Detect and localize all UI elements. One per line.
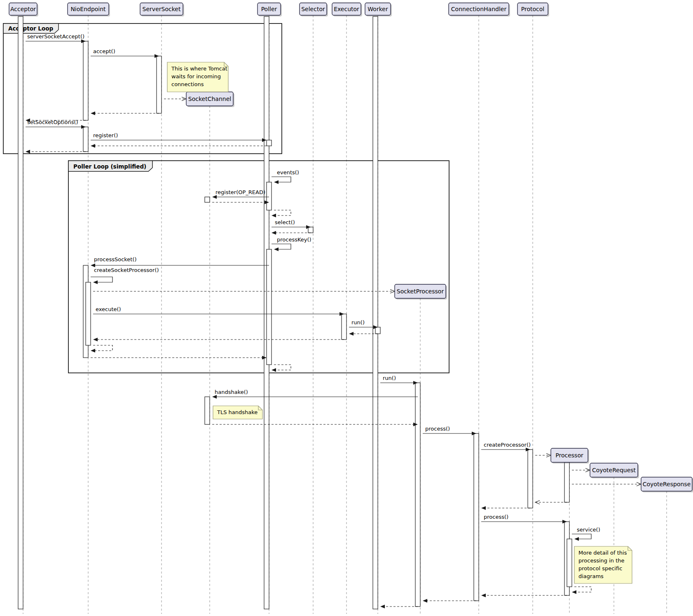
- activation-nio-createsocketproc: [86, 282, 91, 345]
- note-tls-handshake-line-1: TLS handshake: [217, 409, 258, 415]
- message-return-setsocketoptions-arrowhead: [26, 150, 30, 154]
- activation-acceptor-main: [18, 16, 23, 609]
- note-tomcat-waits-line-3: connections: [171, 81, 204, 87]
- activation-worker-main: [373, 16, 378, 609]
- participant-label-nioendpoint: NioEndpoint: [70, 6, 106, 12]
- message-label-service: service(): [577, 527, 600, 533]
- activation-serversocket-accept: [157, 56, 162, 113]
- message-label-run-socketprocessor: run(): [383, 375, 396, 381]
- activation-processor-service: [567, 539, 572, 587]
- participant-label-connectionhandler: ConnectionHandler: [451, 6, 507, 12]
- message-label-processsocket: processSocket(): [94, 256, 137, 262]
- participant-label-processor: Processor: [555, 452, 583, 459]
- message-label-process-processor: process(): [484, 514, 508, 520]
- self-message-createsocketprocessor: [91, 277, 112, 282]
- message-return-register-arrowhead: [91, 144, 95, 148]
- frame-title-acceptor-loop: Acceptor Loop: [8, 25, 54, 32]
- message-return-run-socketprocessor-arrowhead: [380, 605, 385, 609]
- message-label-processkey: processKey(): [277, 237, 311, 243]
- participant-label-socketchannel: SocketChannel: [188, 96, 231, 102]
- frame-acceptor-loop: [3, 23, 282, 154]
- self-message-service: [572, 534, 591, 539]
- activation-socketchannel-register: [205, 197, 210, 202]
- activation-worker-run-stub: [375, 327, 380, 334]
- message-return-process-processor-arrowhead: [481, 594, 486, 597]
- message-label-createsocketprocessor: createSocketProcessor(): [94, 267, 159, 273]
- participant-label-acceptor: Acceptor: [10, 6, 36, 12]
- self-message-service-self-return-arrowhead: [572, 590, 576, 594]
- activation-poller-register-stub: [267, 140, 272, 146]
- participant-label-serversocket: ServerSocket: [143, 6, 181, 12]
- message-return-createprocessor-arrowhead: [481, 506, 486, 510]
- self-message-createsocketprocessor-self-return-arrowhead: [91, 349, 95, 353]
- activation-selector-select: [308, 227, 313, 233]
- message-label-process-connectionhandler: process(): [425, 426, 450, 432]
- message-return-process-connectionhandler-arrowhead: [423, 599, 427, 603]
- note-more-detail-line-4: diagrams: [578, 573, 604, 579]
- activation-poller-processkey: [267, 249, 272, 365]
- message-return-execute-arrowhead: [93, 338, 98, 342]
- message-label-serversocketaccept: serverSocketAccept(): [27, 33, 84, 40]
- message-label-register: register(): [93, 132, 118, 138]
- activation-poller-events: [267, 182, 272, 210]
- participant-label-poller: Poller: [261, 6, 277, 12]
- activation-protocol-createprocessor: [528, 450, 533, 508]
- message-label-setsocketoptions: setSocketOptions(): [27, 119, 78, 125]
- note-tomcat-waits-line-1: This is where Tomcat: [171, 66, 227, 72]
- sequence-diagram: Acceptor LoopPoller Loop (simplified)ser…: [0, 0, 693, 616]
- participant-label-coyoteresponse: CoyoteResponse: [643, 481, 691, 487]
- participant-label-coyoterequest: CoyoteRequest: [592, 467, 636, 473]
- message-label-events: events(): [277, 169, 299, 176]
- frame-title-poller-loop: Poller Loop (simplified): [73, 163, 146, 170]
- message-label-select: select(): [275, 219, 295, 225]
- activation-socketchannel-handshake: [205, 397, 210, 424]
- note-more-detail-line-2: processing in the: [578, 557, 625, 564]
- activation-socketprocessor-run: [415, 383, 420, 607]
- participant-label-selector: Selector: [301, 6, 325, 12]
- message-return-accept-arrowhead: [91, 112, 95, 115]
- self-message-events-self-return-arrowhead: [272, 214, 276, 218]
- self-message-processkey-self-return-arrowhead: [272, 368, 276, 372]
- note-more-detail-line-1: More detail of this: [578, 550, 627, 556]
- participant-label-socketprocessor: SocketProcessor: [397, 288, 444, 295]
- self-message-service-arrowhead: [574, 537, 579, 541]
- message-label-createprocessor: createProcessor(): [484, 442, 531, 448]
- participant-label-executor: Executor: [334, 6, 359, 12]
- message-return-run-worker-arrowhead: [349, 332, 354, 336]
- message-register-op-read-arrowhead: [212, 195, 217, 199]
- self-message-events: [272, 177, 291, 182]
- activation-nio-serversocketaccept: [83, 41, 88, 120]
- activation-processor-created: [564, 462, 569, 502]
- self-message-processkey-arrowhead: [274, 248, 279, 251]
- activation-nio-setsocketoptions: [83, 127, 88, 152]
- message-label-run-worker: run(): [351, 319, 365, 326]
- self-message-processkey: [272, 244, 291, 249]
- message-return-select-arrowhead: [272, 231, 276, 235]
- message-label-handshake: handshake(): [215, 389, 248, 395]
- activation-executor-execute: [342, 314, 346, 340]
- sequence-diagram-canvas: Acceptor LoopPoller Loop (simplified)ser…: [0, 0, 693, 616]
- self-message-createsocketprocessor-arrowhead: [93, 281, 98, 284]
- activation-connectionhandler-process: [474, 433, 479, 601]
- message-handshake-arrowhead: [212, 395, 217, 399]
- note-more-detail-line-3: protocol specific: [578, 565, 622, 571]
- message-label-execute: execute(): [96, 306, 121, 312]
- message-label-accept: accept(): [93, 48, 115, 54]
- participant-label-worker: Worker: [368, 6, 388, 12]
- self-message-events-arrowhead: [274, 180, 279, 184]
- note-tomcat-waits-line-2: waits for incoming: [171, 73, 221, 80]
- participant-label-protocol: Protocol: [521, 6, 544, 12]
- message-label-register-op-read: register(OP_READ): [215, 189, 265, 195]
